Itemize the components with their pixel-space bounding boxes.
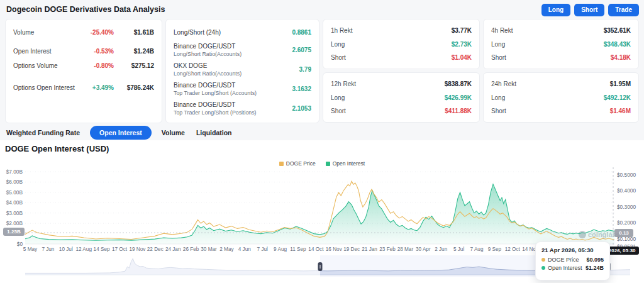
ratio-row-toptrader-positions: Binance DOGE/USDT Top Trader Long/Short … [174,99,311,117]
left-axis-tick: $3.00B [6,210,23,216]
ratio-title: Binance DOGE/USDT [174,82,292,89]
navigator-mask-right [608,255,630,277]
metric-value: $1.61B [114,29,154,36]
metrics-card: Volume -25.40% $1.61B Open Interest -0.5… [5,19,162,123]
x-axis-tick: 12 Oct [505,247,521,252]
x-axis-tick: 7 Aug [470,247,484,252]
tooltip-row-price: DOGE Price $0.095 [541,257,604,263]
tooltip-value: $0.095 [586,257,604,263]
ratio-value: 0.8861 [292,29,311,36]
rekt-total: $1.95M [610,80,631,87]
rekt-total: $838.87K [445,80,472,87]
left-axis-tick: $6.00B [6,179,23,185]
x-axis-tick: 14 Sep [94,247,110,252]
long-button[interactable]: Long [541,4,570,16]
tab-weighted-funding-rate[interactable]: Weighted Funding Rate [5,126,81,139]
rekt-card-1h: 1h Rekt$3.77K Long$2.73K Short$1.04K [323,19,480,69]
x-axis-tick: 28 Mar [397,247,414,252]
metric-change: -0.80% [77,62,114,69]
x-axis-tick: 16 Nov [326,247,343,252]
rekt-short-value: $411.88K [445,108,472,114]
metric-row-volume: Volume -25.40% $1.61B [13,27,154,37]
ratio-title: Binance DOGE/USDT [174,43,292,50]
rekt-short-value: $1.46M [610,108,631,114]
x-axis-tick: 19 Dec [343,247,360,252]
derivatives-dashboard: Dogecoin DOGE Derivatives Data Analysis … [0,0,644,283]
x-axis-tick: 22 Dec [147,247,164,252]
left-axis-tick: $0 [17,241,23,247]
ratio-subtitle: Long/Short Ratio(Accounts) [174,70,299,77]
ratio-row-okx-accounts: OKX DOGE Long/Short Ratio(Accounts) 3.79 [174,60,311,78]
metric-change: -0.53% [77,48,114,55]
tooltip-label: Open Interest [548,265,586,271]
x-axis-tick: 23 Feb [379,247,396,252]
right-axis-tick: $0.4000 [617,187,636,194]
left-axis-tick: $5.00B [6,189,23,196]
tab-open-interest[interactable]: Open Interest [90,126,152,140]
rekt-period: 1h Rekt [331,27,452,34]
x-axis-tick: 14 Oct [308,247,324,252]
metric-value: $786.24K [114,84,154,91]
rekt-long-label: Long [331,41,452,48]
rekt-total: $352.61K [604,27,631,34]
x-axis-tick: 30 Apr [416,247,431,252]
metric-label: Options Volume [13,62,77,69]
legend-item-price[interactable]: DOGE Price [279,160,316,167]
navigator-mask-left [25,255,320,277]
rekt-card-12h: 12h Rekt$838.87K Long$426.99K Short$411.… [323,72,480,123]
metric-label: Open Interest [13,48,77,55]
rekt-long-value: $492.12K [604,94,631,101]
chart-tooltip: 21 Apr 2026, 05:30 DOGE Price $0.095 Ope… [535,241,610,280]
right-axis-tick: $0.3000 [617,204,636,210]
x-axis-tick: 21 Jan [362,247,377,252]
metric-value: $1.24B [114,48,154,55]
ratio-row-binance-accounts: Binance DOGE/USDT Long/Short Ratio(Accou… [174,41,311,58]
ratio-value: 2.6075 [292,47,311,53]
rekt-short-value: $1.04K [452,54,472,61]
x-axis-tick: 7 Jul [257,247,268,252]
rekt-short-label: Short [491,54,611,61]
x-axis-tick: 7 Jun [42,247,54,252]
trade-button[interactable]: Trade [608,4,639,16]
metric-label: Volume [13,29,77,36]
ratio-subtitle: Top Trader Long/Short (Accounts) [174,90,292,96]
tooltip-row-open-interest: Open Interest $1.24B [541,265,604,271]
crosshair-right-badge: 0.13 [614,229,633,237]
ratio-subtitle: Top Trader Long/Short (Positions) [174,109,292,116]
rekt-period: 12h Rekt [331,80,445,87]
left-axis-tick: $7.00B [6,169,23,175]
rekt-long-label: Long [491,41,604,48]
left-axis-tick: $4.00B [6,199,23,206]
rekt-long-label: Long [491,94,604,101]
crosshair-left-badge: 1.25B [3,228,25,236]
price-dot-icon [541,258,545,262]
open-interest-area [25,184,614,244]
x-axis-tick: 17 Oct [112,247,128,252]
short-button[interactable]: Short [574,4,604,16]
open-interest-dot-icon [541,266,545,270]
chart-title: DOGE Open Interest (USD) [5,144,109,153]
tooltip-value: $1.24B [586,265,604,271]
ratio-title: OKX DOGE [174,62,299,69]
tab-liquidation[interactable]: Liquidation [195,126,233,139]
rekt-short-value: $4.18K [611,54,631,61]
ratios-card: Long/Short (24h) 0.8861 Binance DOGE/USD… [165,19,319,123]
legend-item-open-interest[interactable]: Open Interest [326,160,365,167]
right-axis-tick: $0.2000 [617,219,636,226]
x-axis-tick: 9 Aug [274,247,287,252]
ratio-title: Long/Short (24h) [174,29,292,36]
x-axis-tick: 12 Aug [75,247,92,252]
rekt-period: 24h Rekt [491,80,610,87]
rekt-long-value: $2.73K [452,41,472,48]
legend-label: Open Interest [333,160,365,167]
price-swatch-icon [279,162,284,166]
metric-change: +3.49% [77,84,114,91]
tab-volume[interactable]: Volume [160,126,186,139]
rekt-long-value: $426.99K [445,94,472,101]
chart-legend: DOGE Price Open Interest [0,160,644,167]
x-axis-tick: 5 Jul [453,247,464,252]
ratio-subtitle: Long/Short Ratio(Accounts) [174,51,292,57]
metric-value: $275.12 [114,62,154,69]
rekt-long-value: $348.43K [604,41,631,48]
x-axis-tick: 4 Jun [238,247,251,252]
